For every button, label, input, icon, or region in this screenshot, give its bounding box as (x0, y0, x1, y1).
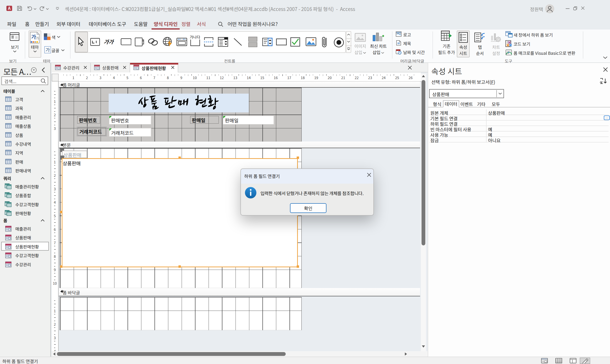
svg-text:가: 가 (36, 35, 39, 41)
svg-text:가: 가 (46, 46, 50, 53)
svg-text:A: A (8, 6, 11, 11)
